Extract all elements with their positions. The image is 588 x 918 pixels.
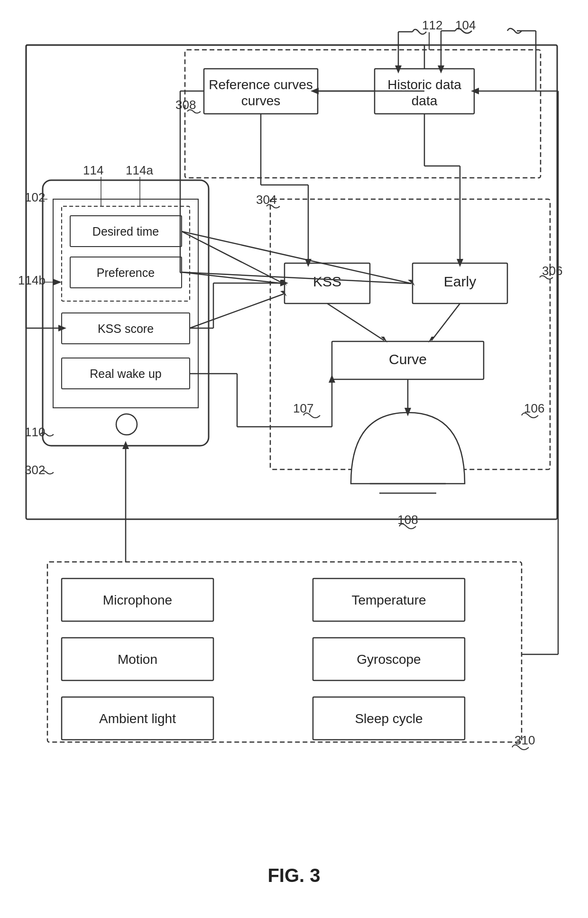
reference-curves-label: Reference curves [209,77,312,92]
microphone-label: Microphone [103,593,172,607]
ref-306: 306 [542,264,562,278]
curve-label: Curve [389,351,427,367]
gyroscope-label: Gyroscope [357,652,421,667]
diagram-container: Reference curves curves Historic data da… [0,0,588,918]
historic-data-label: Historic data [387,77,461,92]
ref-114b: 114b [18,273,46,287]
svg-text:curves: curves [241,93,280,108]
real-wake-up-label: Real wake up [90,367,161,380]
sleep-cycle-label: Sleep cycle [355,711,423,726]
ambient-light-label: Ambient light [99,711,176,726]
ref-304: 304 [256,193,276,207]
ref-104: 104 [455,18,476,32]
figure-label: FIG. 3 [267,865,320,886]
ref-114: 114 [83,163,103,177]
ref-308: 308 [175,98,196,112]
kss-score-label: KSS score [98,322,154,335]
motion-label: Motion [118,652,157,667]
ref-114a: 114a [126,163,153,177]
ref-107: 107 [293,401,313,415]
svg-rect-0 [0,0,588,918]
early-label: Early [444,274,476,289]
ref-310: 310 [514,733,535,747]
kss-label: KSS [313,274,341,289]
ref-112: 112 [422,18,442,32]
svg-text:data: data [412,93,438,108]
preference-label: Preference [97,266,155,279]
ref-110: 110 [25,425,45,439]
ref-106: 106 [524,401,544,415]
ref-102: 102 [25,190,45,204]
desired-time-label: Desired time [92,225,159,238]
temperature-label: Temperature [351,593,426,607]
ref-302: 302 [25,463,45,477]
